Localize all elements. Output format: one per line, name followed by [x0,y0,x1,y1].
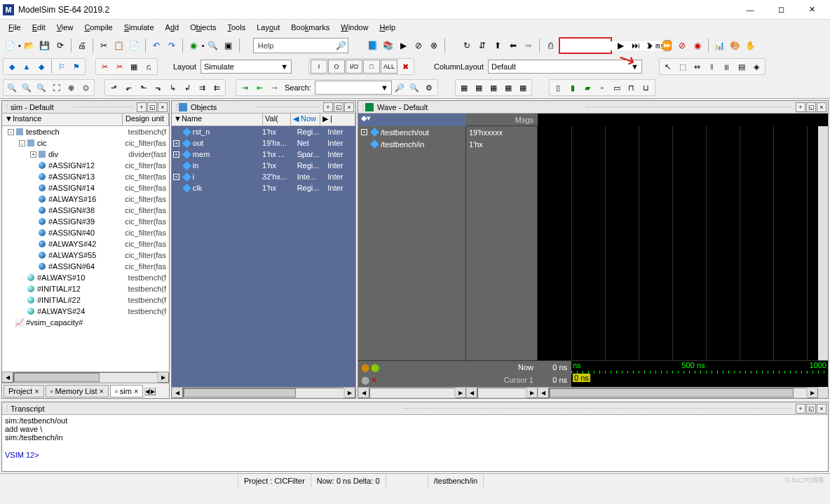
wave-style3-icon[interactable]: ▰ [580,81,594,95]
tree-row[interactable]: #ASSIGN#14cic_filter(fas [2,182,169,193]
tab-close-icon[interactable]: × [34,387,39,395]
tree-row[interactable]: #ASSIGN#64cic_filter(fas [2,261,169,272]
break-run-icon[interactable]: ⊘ [675,39,689,53]
wave-edit-icon[interactable]: ▦ [127,60,141,74]
copy-icon[interactable]: 📋 [112,39,126,53]
tree-row[interactable]: -ciccic_filter(fas [2,137,169,149]
panel-add-button[interactable]: + [137,102,147,112]
wave-plot[interactable] [538,126,818,360]
tree-row[interactable]: #ASSIGN#39cic_filter(fas [2,216,169,227]
bookmark-icon[interactable]: ⚐ [55,60,69,74]
tr-close-button[interactable]: × [817,404,826,414]
break-icon[interactable]: ⊘ [411,39,426,53]
search-next-icon[interactable]: 🔎 [393,81,407,95]
trace7-icon[interactable]: ⇉ [195,81,209,95]
obj-col-name[interactable]: ▼Name [172,114,263,125]
wave-del-icon[interactable]: ⎌ [142,60,156,74]
tree-row[interactable]: #ALWAYS#42cic_filter(fas [2,238,169,250]
zoom-area-icon[interactable]: ⛶ [49,81,63,95]
run-step-icon[interactable]: ⇵ [475,39,489,53]
trace5-icon[interactable]: ↳ [165,81,179,95]
panel-close-button[interactable]: × [158,102,168,112]
hscroll-track[interactable] [13,372,158,383]
tree-toggle[interactable]: - [8,129,14,135]
zoom-out-icon[interactable]: 🔍 [20,81,34,95]
undo-icon[interactable]: ↶ [149,39,163,53]
obj-hscroll-track[interactable] [183,388,344,398]
restart-icon[interactable]: ↻ [460,39,474,53]
obj-col-more[interactable]: ▶ | [320,114,355,125]
wv-hs-r[interactable]: ▶ [526,388,538,398]
menu-layout[interactable]: Layout [251,22,285,33]
wave-style6-icon[interactable]: ⊓ [625,81,639,95]
cut-icon[interactable]: ✂ [97,39,111,53]
obj-toggle[interactable]: + [173,140,179,147]
stop-icon[interactable]: ▣ [222,39,236,53]
hscroll-left[interactable]: ◀ [2,372,13,383]
zoom-full-icon[interactable]: 🔍 [34,81,48,95]
close-button[interactable]: ✕ [796,1,827,19]
maximize-button[interactable]: ◻ [766,1,796,19]
tree-row[interactable]: #ALWAYS#16cic_filter(fas [2,193,169,205]
menu-objects[interactable]: Objects [184,22,222,33]
coverage-icon[interactable]: 🎨 [728,39,742,53]
run-length-icon[interactable]: ⎙ [543,39,557,53]
trace3-icon[interactable]: ⬑ [136,81,150,95]
break2-icon[interactable]: ⊗ [427,39,441,53]
obj-col-val[interactable]: Val( [263,114,291,125]
wave-style4-icon[interactable]: ▫ [595,81,609,95]
search-select[interactable]: ▼ [315,81,392,95]
step3-icon[interactable]: ⇾ [267,81,281,95]
tab-sim[interactable]: ▫sim× [110,385,143,397]
tree-row[interactable]: +divdivider(fast [2,149,169,160]
group3-icon[interactable]: ▦ [487,81,501,95]
wp-hs-l[interactable]: ◀ [538,388,549,398]
wave-style5-icon[interactable]: ▭ [610,81,624,95]
run-icon[interactable]: ▶ [613,39,627,53]
tab-close-icon[interactable]: × [134,387,138,395]
zoom-in-icon[interactable]: 🔍 [5,81,19,95]
tree-row[interactable]: #INITIAL#22testbench(f [2,294,169,306]
menu-tools[interactable]: Tools [222,22,251,33]
tree-row[interactable]: -testbenchtestbench(f [2,126,169,137]
tree-row[interactable]: #ASSIGN#40cic_filter(fas [2,227,169,238]
obj-toggle[interactable]: + [173,174,179,180]
menu-edit[interactable]: Edit [27,22,51,33]
wave-signal-row[interactable]: +/testbench/out [358,126,465,138]
wave-style1-icon[interactable]: ▯ [551,81,565,95]
wave-add-button[interactable]: + [796,102,805,112]
io-clear-icon[interactable]: ✖ [398,60,412,74]
cursor-up-icon[interactable]: ▲ [20,60,34,74]
refresh-icon[interactable]: ⟳ [53,39,67,53]
obj-hscroll-right[interactable]: ▶ [344,388,355,398]
group1-icon[interactable]: ▦ [457,81,471,95]
obj-add-button[interactable]: + [323,102,333,112]
tree-row[interactable]: #ALWAYS#24testbench(f [2,306,169,317]
step2-icon[interactable]: ⇤ [252,81,266,95]
tab-project[interactable]: Project× [4,385,44,397]
obj-toggle[interactable]: + [173,151,179,158]
menu-view[interactable]: View [51,22,79,33]
wn-hs-l[interactable]: ◀ [358,388,369,398]
trace2-icon[interactable]: ⬐ [121,81,135,95]
hand-icon[interactable]: ✋ [743,39,757,53]
transcript-prompt[interactable]: VSIM 12> [5,451,825,459]
wave-vscroll[interactable] [818,126,828,360]
tree-row[interactable]: #ASSIGN#38cic_filter(fas [2,205,169,216]
run-all-icon[interactable]: ⏭ [629,39,643,53]
panel-dock-button[interactable]: ◱ [147,102,157,112]
simulate-icon[interactable]: ▶ [396,39,410,53]
compile-all-icon[interactable]: 📚 [381,39,395,53]
io-filter-o[interactable]: O [328,60,345,74]
tree-row[interactable]: #ALWAYS#55cic_filter(fas [2,250,169,261]
hscroll-right[interactable]: ▶ [158,372,169,383]
trace6-icon[interactable]: ↲ [180,81,194,95]
menu-bookmarks[interactable]: Bookmarks [285,22,335,33]
trace-icon[interactable]: ⬏ [107,81,121,95]
align3-icon[interactable]: ▤ [735,60,749,74]
obj-hscroll-left[interactable]: ◀ [172,388,183,398]
obj-close-button[interactable]: × [344,102,354,112]
search-opt-icon[interactable]: ⚙ [422,81,436,95]
menu-compile[interactable]: Compile [79,22,118,33]
paste-icon[interactable]: 📄 [128,39,142,53]
